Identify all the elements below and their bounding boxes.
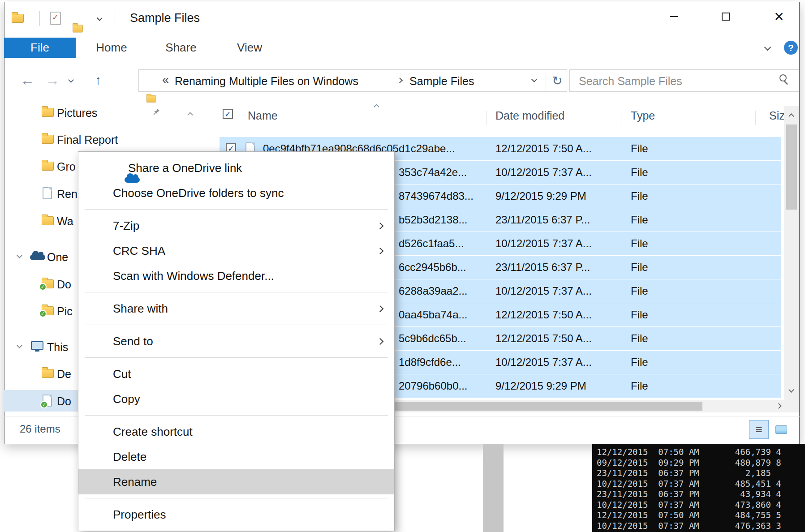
menu-item-share-with[interactable]: Share with	[78, 296, 394, 321]
menu-item-label: CRC SHA	[113, 244, 165, 258]
menu-item-label: Properties	[113, 508, 166, 522]
menu-item-send-to[interactable]: Send to	[78, 329, 394, 354]
menu-separator	[85, 325, 388, 325]
file-type: File	[631, 190, 648, 202]
menu-separator	[85, 357, 388, 358]
menu-separator	[85, 209, 388, 210]
sync-badge-icon: ✓	[39, 310, 47, 317]
search-input[interactable]: Search Sample Files	[579, 75, 682, 88]
expander-icon[interactable]	[17, 253, 22, 258]
file-type: File	[631, 380, 648, 392]
folder-icon: ✓	[42, 279, 54, 288]
menu-item-properties[interactable]: Properties	[78, 502, 394, 527]
menu-item-label: Delete	[113, 450, 146, 464]
app-icon	[12, 14, 24, 23]
background-page-scrollbar[interactable]	[483, 444, 504, 532]
submenu-arrow-icon	[377, 223, 384, 230]
file-type: File	[631, 166, 648, 179]
menu-item-create-shortcut[interactable]: Create shortcut	[78, 419, 394, 444]
horizontal-scrollbar-thumb[interactable]	[393, 402, 702, 411]
folder-icon	[42, 162, 54, 171]
file-name: 353c74a42e...	[399, 166, 467, 179]
sidebar-item-pictures[interactable]: Pictures	[4, 102, 206, 123]
file-type: File	[631, 261, 648, 274]
file-date: 12/12/2015 7:50 A...	[495, 332, 592, 345]
help-icon[interactable]: ?	[784, 41, 798, 55]
submenu-arrow-icon	[377, 305, 384, 313]
sidebar-item-label: Gro	[57, 160, 76, 173]
expander-icon[interactable]	[17, 343, 22, 348]
menu-item-share-a-onedrive-link[interactable]: Share a OneDrive link	[78, 155, 394, 180]
sidebar-item-label: Pictures	[57, 107, 97, 120]
menu-item-delete[interactable]: Delete	[78, 444, 394, 469]
window-title: Sample Files	[130, 11, 200, 25]
details-list-icon: ≡	[755, 423, 762, 437]
file-date: 10/12/2015 7:37 A...	[495, 356, 592, 369]
thumbnail-icon	[775, 425, 787, 434]
qat-folder-icon[interactable]	[73, 25, 83, 33]
sidebar-item-label: Do	[57, 395, 71, 408]
maximize-button[interactable]	[710, 4, 742, 30]
details-view-button[interactable]: ≡	[749, 420, 769, 439]
column-header-name[interactable]: Name	[248, 109, 278, 122]
breadcrumb-collapsed[interactable]: «	[162, 73, 169, 87]
pin-icon	[152, 107, 160, 118]
column-divider[interactable]	[621, 111, 621, 125]
thumbnails-view-button[interactable]	[771, 420, 791, 439]
folder-icon	[42, 216, 54, 225]
file-name: d526c1faa5...	[399, 237, 464, 250]
folder-icon	[42, 135, 54, 144]
column-header-type[interactable]: Type	[631, 109, 655, 122]
menu-item-crc-sha[interactable]: CRC SHA	[78, 238, 394, 263]
column-divider[interactable]	[486, 111, 487, 125]
file-type: File	[631, 356, 648, 369]
column-divider[interactable]	[755, 111, 756, 125]
up-button[interactable]: ↑	[88, 70, 108, 90]
check-icon: ✓	[52, 13, 59, 22]
breadcrumb-root[interactable]: Renaming Multiple Files on Windows	[175, 75, 358, 88]
back-button[interactable]: ←	[17, 70, 38, 90]
file-name: 6288a39aa2...	[399, 285, 467, 297]
file-type: File	[631, 332, 648, 345]
menu-separator	[85, 498, 388, 498]
close-button[interactable]: ×	[762, 4, 796, 30]
sidebar-item-label: Wa	[57, 215, 73, 228]
menu-item-scan-with-windows-defender[interactable]: Scan with Windows Defender...	[78, 263, 394, 288]
file-icon	[43, 187, 52, 199]
forward-button[interactable]: →	[42, 70, 63, 90]
menu-item-copy[interactable]: Copy	[78, 386, 394, 412]
menu-item-7-zip[interactable]: 7-Zip	[78, 213, 394, 238]
tab-view[interactable]: View	[220, 38, 279, 58]
column-header-date-modified[interactable]: Date modified	[495, 109, 564, 122]
menu-separator	[85, 415, 388, 416]
minimize-icon	[670, 16, 678, 17]
file-type: File	[631, 285, 648, 297]
file-date: 10/12/2015 7:37 A...	[495, 166, 592, 179]
terminal-output: 12/12/2015 07:50 AM 466,739 4 09/12/2015…	[597, 447, 781, 531]
submenu-arrow-icon	[377, 248, 384, 255]
status-items-count: 26 items	[20, 423, 60, 435]
sidebar-item-final-report[interactable]: Final Report	[4, 129, 206, 150]
select-all-checkbox[interactable]: ✓	[223, 109, 233, 119]
folder-icon	[42, 108, 54, 117]
folder-icon: ✓	[42, 306, 54, 315]
file-type: File	[631, 214, 648, 226]
sidebar-item-label: One	[47, 251, 68, 264]
minimize-button[interactable]	[658, 4, 690, 30]
file-icon: ✓	[43, 395, 52, 407]
breadcrumb-current[interactable]: Sample Files	[409, 75, 474, 88]
menu-item-choose-onedrive-folders-to-sync[interactable]: Choose OneDrive folders to sync	[78, 180, 394, 206]
folder-icon	[42, 369, 54, 378]
menu-item-label: Share a OneDrive link	[128, 161, 242, 175]
qat-properties-icon[interactable]: ✓	[50, 12, 61, 25]
menu-item-cut[interactable]: Cut	[78, 361, 394, 386]
submenu-arrow-icon	[377, 338, 384, 345]
tab-share[interactable]: Share	[151, 38, 211, 58]
menu-item-rename[interactable]: Rename	[78, 469, 394, 494]
file-name: 0aa45ba74a...	[399, 309, 467, 321]
tab-file[interactable]: File	[4, 38, 76, 58]
search-icon[interactable]	[779, 74, 787, 82]
vertical-scrollbar-thumb[interactable]	[786, 124, 797, 210]
refresh-button[interactable]: ↻	[547, 70, 567, 91]
tab-home[interactable]: Home	[82, 38, 141, 58]
